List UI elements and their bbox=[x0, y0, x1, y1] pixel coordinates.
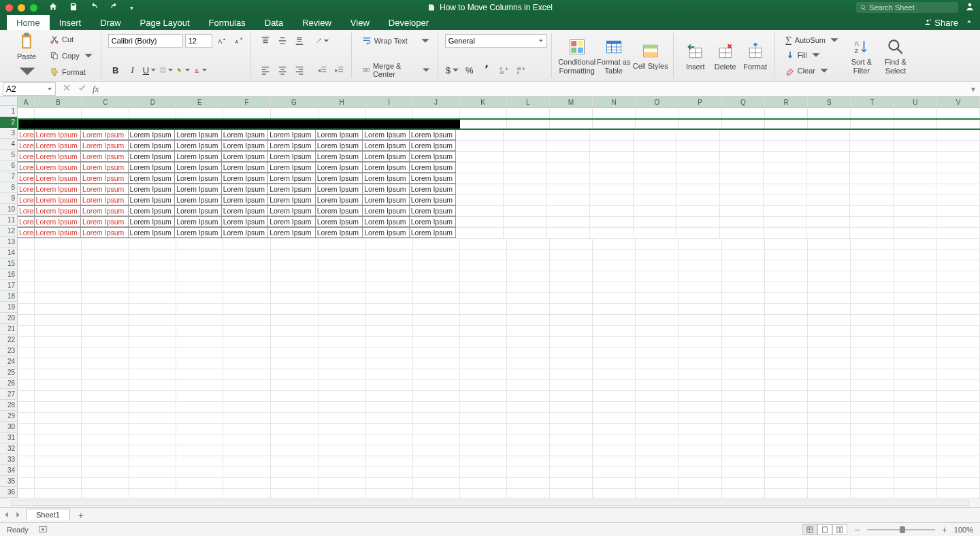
cell[interactable] bbox=[894, 195, 937, 205]
cell[interactable] bbox=[271, 108, 318, 118]
cell[interactable] bbox=[366, 380, 413, 390]
cell[interactable] bbox=[507, 239, 550, 249]
cell[interactable] bbox=[679, 478, 721, 488]
row-header[interactable]: 27 bbox=[0, 389, 17, 400]
cell[interactable] bbox=[851, 282, 894, 292]
cell[interactable] bbox=[720, 130, 764, 140]
cell[interactable] bbox=[366, 293, 413, 303]
select-all-corner[interactable] bbox=[0, 97, 18, 106]
cell[interactable] bbox=[765, 380, 808, 390]
cell[interactable] bbox=[18, 337, 35, 347]
row-header[interactable]: 28 bbox=[0, 400, 17, 411]
cell[interactable] bbox=[18, 239, 35, 249]
cell[interactable]: Lorem Ipsum bbox=[221, 216, 269, 227]
cell[interactable] bbox=[176, 337, 223, 347]
cell[interactable] bbox=[456, 163, 504, 173]
cell[interactable]: Lorem Ipsum bbox=[409, 151, 457, 162]
cell[interactable] bbox=[35, 347, 82, 358]
cell[interactable] bbox=[593, 435, 636, 445]
cell[interactable] bbox=[18, 108, 35, 118]
cell[interactable] bbox=[271, 326, 318, 336]
cell[interactable] bbox=[851, 260, 894, 271]
cell[interactable] bbox=[82, 108, 129, 118]
undo-icon[interactable] bbox=[89, 2, 99, 14]
cell[interactable]: Lorem Ipsum bbox=[409, 205, 457, 216]
cell[interactable] bbox=[82, 239, 129, 249]
cell[interactable] bbox=[894, 391, 937, 401]
cell[interactable] bbox=[722, 413, 765, 423]
cell[interactable] bbox=[223, 271, 270, 282]
cell[interactable] bbox=[82, 380, 129, 390]
cell[interactable] bbox=[129, 326, 176, 336]
cell[interactable]: Lorem Ipsum bbox=[409, 129, 457, 140]
cell[interactable] bbox=[223, 315, 270, 325]
cell[interactable]: Lorem Ipsum bbox=[80, 205, 129, 216]
cell[interactable] bbox=[318, 489, 366, 498]
cell[interactable] bbox=[271, 435, 318, 445]
cell[interactable] bbox=[366, 478, 413, 488]
cell[interactable] bbox=[223, 445, 270, 456]
cell[interactable] bbox=[82, 282, 129, 292]
cell-styles-button[interactable]: Cell Styles bbox=[632, 34, 669, 77]
cell[interactable] bbox=[937, 108, 980, 118]
column-header[interactable]: U bbox=[894, 97, 937, 107]
cell[interactable] bbox=[679, 380, 721, 390]
cell[interactable]: Lorem Ipsum bbox=[80, 151, 129, 162]
sheet-nav-next-icon[interactable] bbox=[15, 511, 20, 520]
cell[interactable] bbox=[504, 206, 547, 216]
cell[interactable] bbox=[550, 435, 593, 445]
cell[interactable] bbox=[679, 456, 721, 466]
cell[interactable] bbox=[636, 271, 679, 282]
cell[interactable] bbox=[18, 424, 35, 434]
cell[interactable] bbox=[636, 391, 679, 401]
zoom-window-button[interactable] bbox=[30, 4, 37, 12]
cell[interactable] bbox=[82, 260, 129, 271]
cell[interactable] bbox=[764, 163, 807, 173]
cell[interactable] bbox=[593, 239, 636, 249]
cell[interactable]: Lorem Ipsum bbox=[80, 140, 129, 151]
cell[interactable] bbox=[765, 413, 808, 423]
cell[interactable] bbox=[550, 489, 593, 498]
align-bottom-icon[interactable] bbox=[292, 34, 307, 48]
cell[interactable]: Lorem Ipsum bbox=[18, 140, 35, 151]
formula-input[interactable] bbox=[105, 82, 966, 96]
qat-dropdown-icon[interactable]: ▾ bbox=[130, 4, 133, 12]
cell[interactable] bbox=[18, 260, 35, 271]
cell[interactable] bbox=[894, 369, 937, 379]
cell[interactable] bbox=[176, 478, 223, 488]
cell[interactable] bbox=[35, 358, 82, 369]
cell[interactable] bbox=[765, 391, 808, 401]
cell[interactable] bbox=[679, 293, 721, 303]
cell[interactable] bbox=[676, 184, 720, 194]
cell[interactable] bbox=[937, 424, 980, 434]
cell[interactable] bbox=[765, 282, 808, 292]
cell[interactable] bbox=[851, 119, 894, 129]
row-header[interactable]: 23 bbox=[0, 345, 17, 356]
cell[interactable] bbox=[765, 326, 808, 336]
cell[interactable] bbox=[507, 347, 550, 358]
cell[interactable] bbox=[82, 304, 129, 314]
cell[interactable] bbox=[35, 391, 82, 401]
fill-color-button[interactable] bbox=[176, 63, 191, 77]
cell[interactable] bbox=[894, 282, 937, 292]
cell[interactable] bbox=[550, 315, 593, 325]
cell[interactable] bbox=[507, 489, 550, 498]
cell[interactable]: Lorem Ipsum bbox=[267, 227, 316, 238]
cell[interactable] bbox=[129, 358, 176, 369]
cell[interactable] bbox=[851, 250, 894, 260]
cell[interactable] bbox=[223, 260, 270, 271]
cell[interactable] bbox=[82, 456, 129, 466]
cell[interactable] bbox=[82, 347, 129, 358]
cell[interactable] bbox=[720, 195, 764, 205]
cell[interactable]: Lorem Ipsum bbox=[128, 205, 176, 216]
cell[interactable]: Lorem Ipsum bbox=[315, 162, 363, 173]
cell[interactable] bbox=[507, 445, 550, 456]
cell[interactable] bbox=[806, 184, 850, 194]
insert-cells-button[interactable]: Insert bbox=[681, 34, 710, 77]
cell[interactable] bbox=[937, 282, 980, 292]
cell[interactable] bbox=[223, 456, 270, 466]
cell[interactable] bbox=[507, 108, 550, 118]
cell[interactable] bbox=[676, 228, 720, 238]
cell[interactable] bbox=[722, 347, 765, 358]
cell[interactable] bbox=[720, 163, 764, 173]
